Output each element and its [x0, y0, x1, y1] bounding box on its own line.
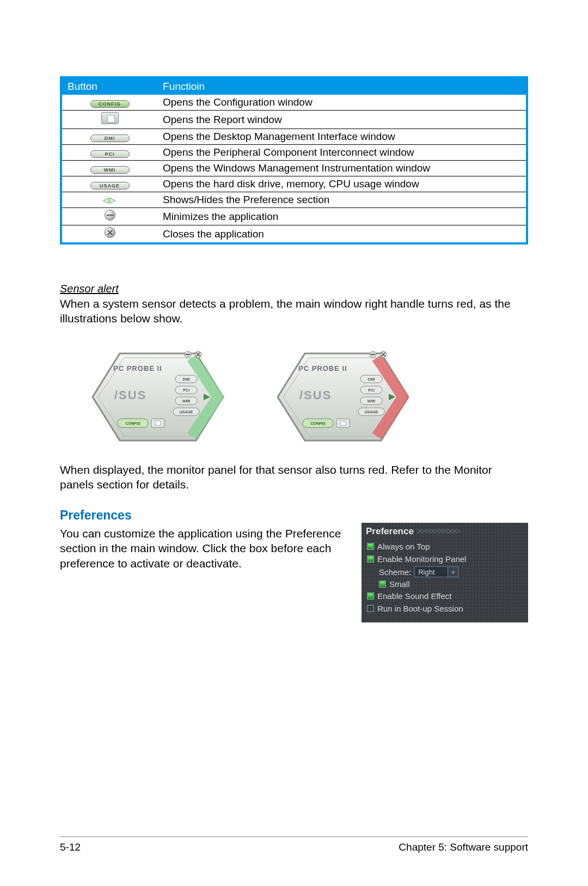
svg-text:CONFIG: CONFIG — [125, 421, 140, 425]
table-row: PCIOpens the Peripheral Component Interc… — [61, 145, 527, 161]
sensor-alert-heading: Sensor alert — [60, 283, 528, 295]
svg-text:USAGE: USAGE — [365, 410, 378, 414]
hex-illustrations: PC PROBE II /SUS DMI PCI WMI USAGE CONFI… — [82, 343, 528, 451]
usage-icon: USAGE — [90, 182, 130, 190]
minimize-icon — [105, 210, 115, 221]
pref-run-boot[interactable]: Run in Boot-up Session — [366, 602, 524, 615]
svg-text:PC PROBE II: PC PROBE II — [113, 364, 162, 372]
function-desc: Closes the application — [157, 225, 527, 244]
svg-text:PC PROBE II: PC PROBE II — [298, 364, 347, 372]
preference-panel: Preference >>>>>>>>>> Always on Top Enab… — [362, 523, 528, 622]
toggle-arrows-icon: ◁▷ — [103, 194, 117, 205]
svg-text:PCI: PCI — [183, 388, 189, 392]
sensor-alert-p2: When displayed, the monitor panel for th… — [60, 462, 528, 492]
table-row: USAGEOpens the hard disk drive, memory, … — [61, 176, 527, 192]
th-button: Button — [61, 77, 157, 95]
report-icon — [101, 112, 119, 124]
svg-rect-21 — [155, 421, 161, 425]
preference-panel-title: Preference >>>>>>>>>> — [366, 526, 524, 537]
page-number: 5-12 — [60, 841, 81, 853]
th-function: Functioin — [157, 77, 527, 95]
svg-text:PCI: PCI — [368, 388, 375, 392]
checkbox-icon[interactable] — [367, 543, 374, 550]
svg-text:USAGE: USAGE — [180, 410, 193, 414]
checkbox-icon[interactable] — [367, 605, 374, 612]
button-icon-cell: WMI — [61, 161, 157, 176]
function-desc: Opens the Desktop Management Interface w… — [157, 129, 527, 145]
button-icon-cell — [61, 208, 157, 225]
function-desc: Shows/Hides the Preference section — [157, 192, 527, 208]
preferences-heading: Preferences — [60, 508, 528, 523]
checkbox-icon[interactable] — [367, 592, 374, 600]
button-icon-cell — [61, 225, 157, 244]
button-icon-cell — [61, 111, 157, 129]
table-row: ◁▷Shows/Hides the Preference section — [61, 192, 527, 208]
table-row: Closes the application — [61, 225, 527, 244]
preferences-text: You can customize the application using … — [60, 526, 351, 571]
pref-enable-monitoring[interactable]: Enable Monitoring Panel — [366, 553, 524, 565]
svg-text:CONFIG: CONFIG — [310, 421, 326, 425]
table-row: DMIOpens the Desktop Management Interfac… — [61, 129, 527, 145]
svg-text:DMI: DMI — [368, 377, 375, 381]
function-desc: Opens the Report window — [157, 111, 527, 129]
hex-normal: PC PROBE II /SUS DMI PCI WMI USAGE CONFI… — [82, 343, 234, 451]
chapter-label: Chapter 5: Software support — [399, 841, 528, 853]
button-icon-cell: USAGE — [61, 176, 157, 192]
button-icon-cell: DMI — [61, 129, 157, 145]
table-row: WMIOpens the Windows Management Instrume… — [61, 161, 527, 176]
pref-scheme: Scheme: Right ▾ — [379, 565, 524, 578]
wmi-icon: WMI — [90, 166, 130, 174]
svg-text:/SUS: /SUS — [299, 388, 332, 402]
chevron-down-icon[interactable]: ▾ — [448, 567, 458, 577]
pref-small[interactable]: Small — [379, 578, 524, 590]
function-desc: Opens the Windows Management Instrumenta… — [157, 161, 527, 176]
svg-rect-43 — [340, 421, 346, 425]
button-icon-cell: ◁▷ — [61, 192, 157, 208]
button-icon-cell: CONFIG — [61, 95, 157, 111]
function-desc: Opens the Peripheral Component Interconn… — [157, 145, 527, 161]
table-row: CONFIGOpens the Configuration window — [61, 95, 527, 111]
pref-always-on-top[interactable]: Always on Top — [366, 540, 524, 553]
svg-text:WMI: WMI — [182, 399, 190, 403]
checkbox-icon[interactable] — [379, 581, 386, 588]
svg-text:WMI: WMI — [367, 399, 375, 403]
config-icon: CONFIG — [90, 100, 130, 108]
table-row: Minimizes the application — [61, 208, 527, 225]
sensor-alert-p1: When a system sensor detects a problem, … — [60, 296, 528, 326]
checkbox-icon[interactable] — [367, 555, 374, 563]
button-icon-cell: PCI — [61, 145, 157, 161]
page-footer: 5-12 Chapter 5: Software support — [60, 836, 528, 853]
svg-text:/SUS: /SUS — [114, 388, 146, 402]
scheme-select[interactable]: Right ▾ — [414, 566, 458, 577]
hex-alert: PC PROBE II /SUS DMI PCI WMI USAGE CONFI… — [267, 343, 419, 451]
pref-enable-sound[interactable]: Enable Sound Effect — [366, 590, 524, 602]
function-desc: Minimizes the application — [157, 208, 527, 225]
pci-icon: PCI — [90, 150, 130, 158]
dmi-icon: DMI — [90, 135, 130, 142]
close-icon — [105, 227, 115, 238]
table-row: Opens the Report window — [61, 111, 527, 129]
function-desc: Opens the hard disk drive, memory, CPU u… — [157, 176, 527, 192]
button-function-table: Button Functioin CONFIGOpens the Configu… — [60, 76, 528, 245]
svg-text:DMI: DMI — [183, 377, 190, 381]
function-desc: Opens the Configuration window — [157, 95, 527, 111]
